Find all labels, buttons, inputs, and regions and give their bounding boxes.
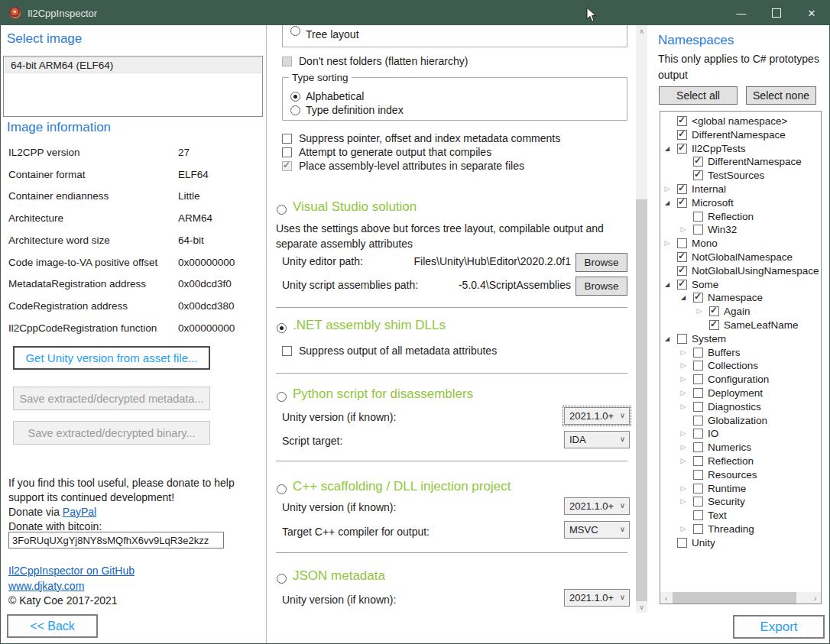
expander-collapsed-icon[interactable]: ▷ — [679, 225, 687, 233]
tree-item-text[interactable]: Text — [660, 509, 822, 523]
expander-collapsed-icon[interactable]: ▷ — [679, 403, 687, 410]
tree-item-reflection[interactable]: ▷Reflection — [660, 455, 822, 468]
tree-item-differentnamespace[interactable]: DifferentNamespace — [660, 128, 822, 142]
scroll-down-icon[interactable]: ∨ — [636, 601, 647, 613]
tree-checkbox[interactable] — [693, 416, 703, 426]
tree-item-again[interactable]: ▷Again — [660, 305, 822, 319]
tree-checkbox[interactable] — [693, 429, 703, 439]
tree-item-internal[interactable]: ▷Internal — [660, 183, 822, 196]
tree-item-testsources[interactable]: TestSources — [660, 169, 822, 183]
tree-item-label[interactable]: Reflection — [708, 455, 754, 467]
tree-item-reflection[interactable]: Reflection — [660, 210, 822, 224]
expander-collapsed-icon[interactable]: ▷ — [679, 348, 687, 356]
tree-checkbox[interactable] — [693, 157, 703, 167]
tree-item-label[interactable]: Resources — [708, 469, 757, 481]
expander-collapsed-icon[interactable]: ▷ — [679, 429, 687, 437]
tree-item-unity[interactable]: Unity — [660, 536, 822, 550]
close-button[interactable]: ✕ — [794, 1, 829, 25]
tree-item-notglobalusingnamespace[interactable]: NotGlobalUsingNamespace — [660, 264, 822, 278]
namespaces-tree[interactable]: ‹ › <global namespace>DifferentNamespace… — [660, 111, 822, 604]
bitcoin-address-input[interactable] — [8, 532, 224, 549]
tree-checkbox[interactable] — [693, 456, 703, 466]
expander-collapsed-icon[interactable]: ▷ — [679, 361, 687, 369]
tree-item-il2cpptests[interactable]: ◢Il2CppTests — [660, 142, 822, 156]
website-link[interactable]: www.djkaty.com — [8, 580, 84, 592]
tree-item-numerics[interactable]: ▷Numerics — [660, 441, 822, 455]
tree-checkbox[interactable] — [693, 510, 703, 520]
cpp-compiler-select[interactable]: MSVC ∨ — [564, 521, 630, 539]
attempt-compile-checkbox[interactable] — [282, 147, 292, 157]
tree-checkbox[interactable] — [693, 212, 703, 222]
tree-item-label[interactable]: Win32 — [708, 224, 737, 235]
tree-item-label[interactable]: TestSources — [708, 170, 764, 181]
expander-collapsed-icon[interactable]: ▷ — [679, 497, 687, 505]
json-unity-version-select[interactable]: 2021.1.0+ ∨ — [564, 589, 630, 607]
tree-item-namespace[interactable]: ◢Namespace — [660, 291, 822, 305]
tree-item-label[interactable]: NotGlobalUsingNamespace — [692, 265, 819, 277]
tree-checkbox[interactable] — [693, 225, 703, 235]
tree-checkbox[interactable] — [693, 402, 703, 412]
cpp-unity-version-select[interactable]: 2021.1.0+ ∨ — [564, 497, 630, 515]
unity-script-path-value[interactable]: -5.0.4\ScriptAssemblies — [368, 279, 571, 291]
tree-item-label[interactable]: Runtime — [708, 483, 746, 494]
browse-editor-path-button[interactable]: Browse — [575, 253, 627, 272]
tree-item-some[interactable]: ◢Some — [660, 278, 822, 292]
tree-item-differentnamespace[interactable]: DifferentNamespace — [660, 155, 822, 169]
tree-checkbox[interactable] — [677, 130, 687, 140]
tree-item-label[interactable]: Some — [692, 279, 718, 290]
tree-item-label[interactable]: DifferentNamespace — [692, 129, 786, 141]
tree-item-label[interactable]: Text — [708, 510, 727, 521]
options-scrollbar[interactable]: ∧ ∨ — [636, 25, 647, 613]
tree-item-label[interactable]: Buffers — [708, 347, 741, 358]
expander-collapsed-icon[interactable]: ▷ — [679, 389, 687, 396]
tree-item-label[interactable]: Reflection — [708, 211, 754, 222]
image-listbox[interactable]: 64-bit ARM64 (ELF64) — [3, 56, 263, 117]
expander-collapsed-icon[interactable]: ▷ — [679, 525, 687, 532]
tree-item-label[interactable]: Threading — [708, 523, 754, 535]
get-unity-version-button[interactable]: Get Unity version from asset file... — [13, 346, 210, 370]
expander-expanded-icon[interactable]: ◢ — [679, 294, 687, 301]
tree-item-label[interactable]: Internal — [692, 183, 726, 195]
tree-checkbox[interactable] — [677, 116, 687, 126]
tree-item-configuration[interactable]: ▷Configuration — [660, 373, 822, 387]
tree-checkbox[interactable] — [677, 266, 687, 276]
tree-item-label[interactable]: System — [692, 333, 726, 345]
tree-item-label[interactable]: Il2CppTests — [692, 143, 746, 154]
tree-checkbox[interactable] — [677, 238, 687, 248]
tree-item-label[interactable]: DifferentNamespace — [708, 156, 802, 167]
expander-collapsed-icon[interactable]: ▷ — [679, 443, 687, 451]
tree-item-label[interactable]: Microsoft — [692, 197, 734, 209]
title-bar[interactable]: Il2CppInspector — ✕ — [1, 1, 829, 25]
github-link[interactable]: Il2CppInspector on GitHub — [8, 565, 135, 577]
tree-item-label[interactable]: IO — [708, 428, 718, 439]
scrollbar-thumb[interactable] — [673, 592, 796, 604]
minimize-button[interactable]: — — [724, 1, 759, 25]
tree-checkbox[interactable] — [677, 538, 687, 548]
image-list-item-selected[interactable]: 64-bit ARM64 (ELF64) — [5, 57, 261, 73]
expander-collapsed-icon[interactable]: ▷ — [679, 375, 687, 383]
tree-item-mono[interactable]: ▷Mono — [660, 237, 822, 251]
alphabetical-radio[interactable] — [290, 92, 300, 102]
tree-item--global-namespace-[interactable]: <global namespace> — [660, 115, 822, 128]
tree-item-label[interactable]: Security — [708, 496, 745, 507]
back-button[interactable]: << Back — [7, 614, 98, 638]
tree-item-label[interactable]: Numerics — [708, 442, 751, 453]
tree-item-security[interactable]: ▷Security — [660, 495, 822, 509]
tree-item-win32[interactable]: ▷Win32 — [660, 223, 822, 237]
expander-collapsed-icon[interactable]: ▷ — [679, 484, 687, 492]
expander-collapsed-icon[interactable]: ▷ — [679, 457, 687, 464]
expander-expanded-icon[interactable]: ◢ — [663, 335, 671, 342]
suppress-metadata-checkbox[interactable] — [282, 346, 292, 356]
tree-checkbox[interactable] — [677, 198, 687, 208]
tree-checkbox[interactable] — [677, 252, 687, 262]
tree-checkbox[interactable] — [693, 442, 703, 452]
unity-editor-path-value[interactable]: Files\Unity\Hub\Editor\2020.2.0f1 — [368, 255, 571, 267]
tree-item-microsoft[interactable]: ◢Microsoft — [660, 196, 822, 210]
tree-checkbox[interactable] — [677, 144, 687, 154]
tree-layout-radio[interactable] — [290, 26, 300, 36]
tree-item-label[interactable]: Deployment — [708, 387, 763, 399]
tree-checkbox[interactable] — [693, 524, 703, 534]
expander-expanded-icon[interactable]: ◢ — [663, 281, 671, 288]
suppress-pointer-checkbox[interactable] — [282, 134, 292, 144]
tree-item-diagnostics[interactable]: ▷Diagnostics — [660, 400, 822, 414]
